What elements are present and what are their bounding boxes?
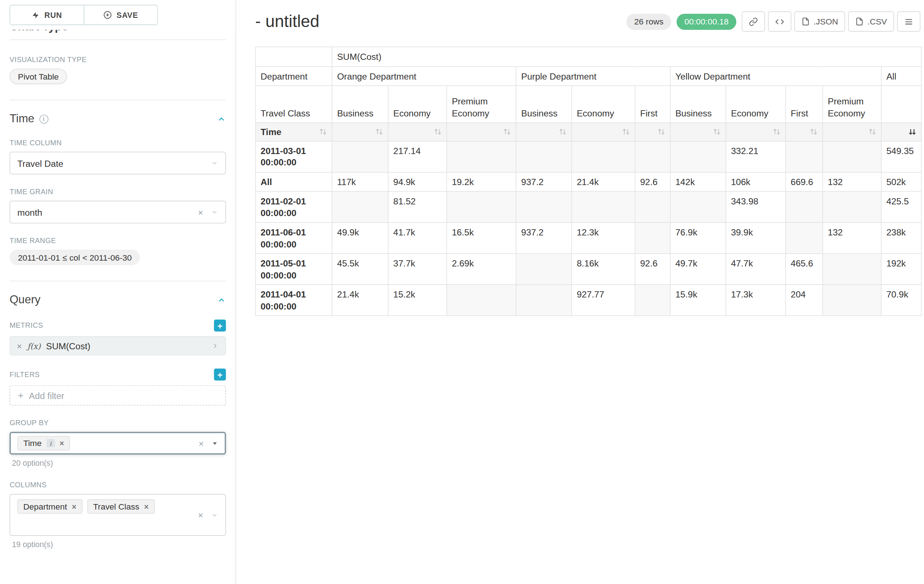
chevron-up-icon[interactable] <box>217 114 226 123</box>
time-grain-select[interactable]: month × <box>10 201 226 224</box>
plus-circle-icon <box>103 11 112 19</box>
pivot-cell: 502k <box>881 172 921 191</box>
department-header-row: DepartmentOrange DepartmentPurple Depart… <box>256 66 921 86</box>
filters-control: FILTERS + + Add filter <box>10 368 226 406</box>
sort-header-cell[interactable] <box>332 123 388 141</box>
pivot-cell <box>670 141 726 172</box>
columns-chip-department[interactable]: Department × <box>17 499 82 513</box>
group-by-select[interactable]: Time i × × <box>10 432 226 454</box>
pivot-row: 2011-03-01 00:00:00217.14332.21549.35 <box>256 141 921 172</box>
file-icon <box>802 17 810 26</box>
chart-header: - untitled 26 rows 00:00:00.18 .JSON <box>255 0 920 38</box>
chevron-down-icon[interactable] <box>211 160 218 167</box>
pivot-cell: 192k <box>881 254 921 285</box>
visualization-type-pill[interactable]: Pivot Table <box>10 69 67 84</box>
chevron-up-icon[interactable] <box>217 295 226 304</box>
sort-header-cell[interactable] <box>572 123 635 141</box>
sort-header-cell[interactable] <box>823 123 881 141</box>
run-label: RUN <box>45 11 62 20</box>
export-json-label: .JSON <box>813 17 838 26</box>
sort-header-cell[interactable] <box>388 123 447 141</box>
columns-select[interactable]: Department × Travel Class × × <box>10 494 226 536</box>
column-header: Premium Economy <box>823 86 881 123</box>
pivot-cell <box>670 191 726 222</box>
function-icon: ƒ(x) <box>27 341 41 350</box>
menu-button[interactable] <box>897 12 920 32</box>
panel-action-bar: RUN SAVE <box>0 0 236 30</box>
sort-header-cell[interactable] <box>447 123 516 141</box>
run-save-group: RUN SAVE <box>10 5 158 25</box>
pivot-cell: 117k <box>332 172 388 191</box>
clear-icon[interactable]: × <box>199 439 204 448</box>
pivot-cell <box>516 254 572 285</box>
time-section-header[interactable]: Time i <box>10 112 226 125</box>
clear-icon[interactable]: × <box>198 510 203 520</box>
view-query-button[interactable] <box>768 12 792 32</box>
time-column-label: TIME COLUMN <box>10 139 226 147</box>
pivot-row: 2011-06-01 00:00:0049.9k41.7k16.5k937.21… <box>256 223 921 254</box>
sort-header-cell[interactable] <box>670 123 726 141</box>
sort-header-cell[interactable] <box>635 123 670 141</box>
pivot-cell: 937.2 <box>516 223 572 254</box>
run-button[interactable]: RUN <box>10 5 84 25</box>
row-header: All <box>256 172 332 191</box>
pivot-cell: 49.9k <box>332 223 388 254</box>
time-column-select[interactable]: Travel Date <box>10 152 226 174</box>
pivot-cell: 92.6 <box>635 254 670 285</box>
chevron-down-icon[interactable] <box>211 512 218 519</box>
pivot-cell <box>516 141 572 172</box>
columns-label: COLUMNS <box>10 481 226 489</box>
chart-title: - untitled <box>255 12 320 31</box>
sort-header-cell[interactable] <box>726 123 786 141</box>
group-by-options-hint: 20 option(s) <box>12 459 226 468</box>
metrics-control: METRICS + × ƒ(x) SUM(Cost) <box>10 320 226 355</box>
add-filter-label: Add filter <box>29 390 64 400</box>
chevron-down-icon[interactable] <box>211 209 218 216</box>
group-by-chip-time[interactable]: Time i × <box>17 436 70 451</box>
hamburger-icon <box>904 17 913 26</box>
sort-header-cell[interactable] <box>785 123 822 141</box>
remove-chip-icon[interactable]: × <box>59 439 64 447</box>
main-area: - untitled 26 rows 00:00:00.18 .JSON <box>236 0 924 584</box>
remove-chip-icon[interactable]: × <box>72 503 76 510</box>
sort-header-cell[interactable] <box>516 123 572 141</box>
export-json-button[interactable]: .JSON <box>794 12 845 32</box>
pivot-cell <box>572 191 635 222</box>
time-grain-label: TIME GRAIN <box>10 188 226 196</box>
chevron-right-icon <box>211 342 219 350</box>
pivot-cell: 21.4k <box>572 172 635 191</box>
sort-header-cell[interactable] <box>881 123 921 141</box>
group-by-control: GROUP BY Time i × × 20 option(s) <box>10 419 226 467</box>
query-section-header[interactable]: Query <box>10 293 226 307</box>
column-header: First <box>785 86 822 123</box>
export-csv-button[interactable]: .CSV <box>848 12 894 32</box>
pivot-cell: 94.9k <box>388 172 447 191</box>
time-sort-cell[interactable]: Time <box>256 123 332 141</box>
pivot-cell <box>785 191 822 222</box>
copy-link-button[interactable] <box>742 12 765 32</box>
pivot-cell <box>516 191 572 222</box>
sort-icon <box>810 128 817 136</box>
link-icon <box>749 17 758 26</box>
columns-chip-travel-class[interactable]: Travel Class × <box>87 499 155 513</box>
pivot-cell <box>785 141 822 172</box>
metric-chip[interactable]: × ƒ(x) SUM(Cost) <box>10 336 226 355</box>
add-filter-button[interactable]: + Add filter <box>10 385 226 406</box>
time-range-pill[interactable]: 2011-01-01 ≤ col < 2011-06-30 <box>10 250 140 265</box>
pivot-cell: 2.69k <box>447 254 516 285</box>
time-range-label: TIME RANGE <box>10 237 226 245</box>
add-filter-plus-button[interactable]: + <box>214 368 226 381</box>
remove-metric-icon[interactable]: × <box>17 341 22 350</box>
save-button[interactable]: SAVE <box>84 5 157 25</box>
sort-icon <box>657 128 665 136</box>
add-metric-button[interactable]: + <box>214 320 226 332</box>
column-header <box>881 86 921 123</box>
travel-class-label-cell: Travel Class <box>256 86 332 123</box>
pivot-cell: 549.35 <box>881 141 921 172</box>
clear-icon[interactable]: × <box>198 208 203 217</box>
sort-icon <box>434 128 442 136</box>
caret-down-icon[interactable] <box>211 440 218 446</box>
pivot-cell: 49.7k <box>670 254 726 285</box>
remove-chip-icon[interactable]: × <box>144 503 148 510</box>
app-root: RUN SAVE Chart Type VISUALIZATION TYPE P… <box>0 0 924 584</box>
